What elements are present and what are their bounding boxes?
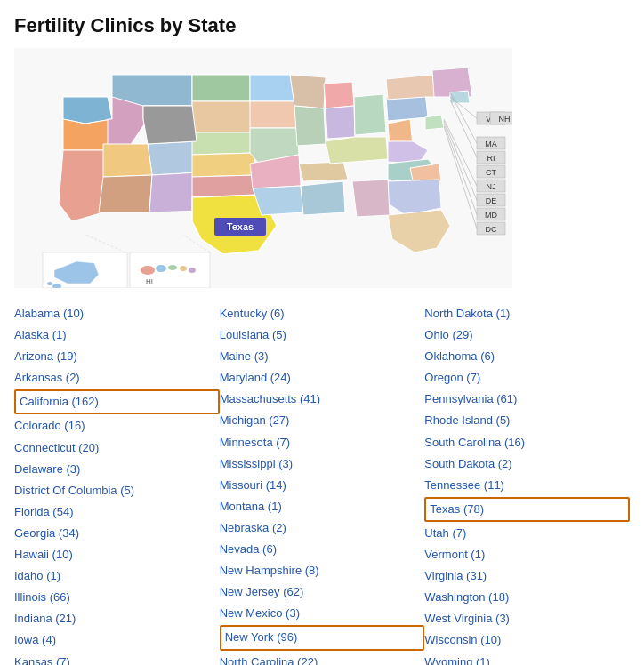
state-item[interactable]: Massachusetts (41): [220, 389, 425, 409]
state-item[interactable]: New York (96): [220, 625, 425, 650]
svg-marker-43: [386, 75, 437, 100]
svg-text:NH: NH: [499, 115, 511, 124]
svg-marker-15: [192, 132, 254, 155]
state-column-2: Kentucky (6)Louisiana (5)Maine (3)Maryla…: [220, 304, 425, 665]
svg-text:MA: MA: [485, 140, 497, 148]
state-item[interactable]: Mississippi (3): [220, 454, 425, 474]
state-item[interactable]: Hawaii (10): [14, 545, 220, 565]
svg-marker-44: [425, 115, 444, 130]
state-item[interactable]: Illinois (66): [14, 588, 220, 607]
svg-marker-34: [326, 137, 388, 164]
state-item[interactable]: Nebraska (2): [220, 518, 425, 538]
svg-marker-14: [192, 101, 253, 132]
svg-marker-11: [99, 175, 152, 212]
svg-marker-29: [299, 162, 348, 181]
svg-marker-16: [192, 153, 256, 177]
state-item[interactable]: Arkansas (2): [14, 368, 220, 388]
state-item[interactable]: Louisiana (5): [220, 325, 425, 345]
state-item[interactable]: Vermont (1): [424, 545, 630, 565]
state-item[interactable]: South Dakota (2): [424, 454, 630, 474]
state-item[interactable]: Oklahoma (6): [424, 347, 630, 366]
svg-point-74: [141, 266, 155, 275]
state-item[interactable]: Minnesota (7): [220, 433, 425, 453]
svg-marker-28: [294, 106, 326, 146]
svg-text:DC: DC: [486, 225, 497, 234]
svg-marker-26: [253, 186, 303, 215]
svg-marker-10: [103, 144, 152, 177]
state-item[interactable]: Utah (7): [424, 524, 630, 543]
state-item[interactable]: Alabama (10): [14, 304, 220, 324]
state-item[interactable]: California (162): [14, 389, 220, 414]
state-item[interactable]: North Carolina (22): [220, 653, 425, 666]
state-item[interactable]: Nevada (6): [220, 540, 425, 559]
svg-point-83: [47, 282, 52, 285]
svg-point-78: [189, 268, 196, 273]
svg-text:Texas: Texas: [227, 221, 254, 232]
svg-point-77: [180, 266, 187, 271]
svg-marker-13: [192, 75, 250, 101]
state-item[interactable]: Wyoming (1): [424, 653, 630, 666]
state-item[interactable]: South Carolina (16): [424, 433, 630, 453]
state-item[interactable]: West Virginia (3): [424, 609, 630, 629]
state-item[interactable]: Pennsylvania (61): [424, 389, 630, 409]
state-item[interactable]: Delaware (3): [14, 460, 220, 479]
state-item[interactable]: District Of Columbia (5): [14, 481, 220, 501]
state-item[interactable]: Alaska (1): [14, 325, 220, 345]
svg-marker-72: [143, 106, 197, 144]
svg-marker-27: [290, 75, 326, 108]
state-item[interactable]: Kansas (7): [14, 653, 220, 666]
state-item[interactable]: Arizona (19): [14, 347, 220, 366]
state-item[interactable]: Florida (54): [14, 502, 220, 522]
state-item[interactable]: Georgia (34): [14, 524, 220, 543]
state-item[interactable]: Ohio (29): [424, 325, 630, 345]
svg-marker-46: [450, 91, 470, 103]
svg-marker-23: [250, 101, 297, 128]
state-item[interactable]: Tennessee (11): [424, 476, 630, 495]
svg-text:CT: CT: [486, 168, 496, 177]
state-item[interactable]: Kentucky (6): [220, 304, 425, 324]
state-item[interactable]: Indiana (21): [14, 609, 220, 629]
state-item[interactable]: New Jersey (62): [220, 582, 425, 602]
svg-marker-31: [324, 82, 354, 108]
state-item[interactable]: Maryland (24): [220, 368, 425, 388]
svg-text:MD: MD: [485, 211, 497, 220]
us-map[interactable]: Texas Texas: [14, 48, 512, 288]
svg-marker-22: [250, 75, 294, 101]
state-item[interactable]: Missouri (14): [220, 476, 425, 495]
state-item[interactable]: Colorado (16): [14, 416, 220, 436]
state-item[interactable]: Connecticut (20): [14, 438, 220, 458]
page-title: Fertility Clinics by State: [14, 14, 630, 37]
svg-marker-30: [301, 181, 345, 215]
state-list: Alabama (10)Alaska (1)Arizona (19)Arkans…: [14, 304, 630, 665]
svg-marker-32: [326, 106, 355, 139]
state-item[interactable]: Washington (18): [424, 588, 630, 607]
state-item[interactable]: Iowa (4): [14, 630, 220, 650]
state-column-3: North Dakota (1)Ohio (29)Oklahoma (6)Ore…: [424, 304, 630, 665]
svg-text:NJ: NJ: [487, 182, 496, 191]
state-item[interactable]: North Dakota (1): [424, 304, 630, 324]
state-item[interactable]: Rhode Island (5): [424, 411, 630, 430]
svg-text:RI: RI: [487, 154, 495, 163]
state-item[interactable]: Virginia (31): [424, 566, 630, 586]
state-item[interactable]: Oregon (7): [424, 368, 630, 388]
state-item[interactable]: Texas (78): [424, 497, 630, 522]
svg-text:HI: HI: [146, 277, 153, 285]
svg-point-76: [168, 265, 177, 270]
state-item[interactable]: Idaho (1): [14, 566, 220, 586]
state-column-1: Alabama (10)Alaska (1)Arizona (19)Arkans…: [14, 304, 220, 665]
svg-marker-9: [148, 141, 199, 175]
svg-text:DE: DE: [486, 196, 497, 205]
state-item[interactable]: Maine (3): [220, 347, 425, 366]
svg-marker-41: [352, 180, 390, 217]
state-item[interactable]: Michigan (27): [220, 411, 425, 430]
svg-marker-2: [63, 97, 112, 124]
svg-point-75: [156, 265, 166, 272]
state-item[interactable]: Wisconsin (10): [424, 630, 630, 650]
state-item[interactable]: New Hampshire (8): [220, 561, 425, 581]
svg-marker-33: [354, 94, 386, 135]
state-item[interactable]: New Mexico (3): [220, 604, 425, 623]
state-item[interactable]: Montana (1): [220, 497, 425, 517]
